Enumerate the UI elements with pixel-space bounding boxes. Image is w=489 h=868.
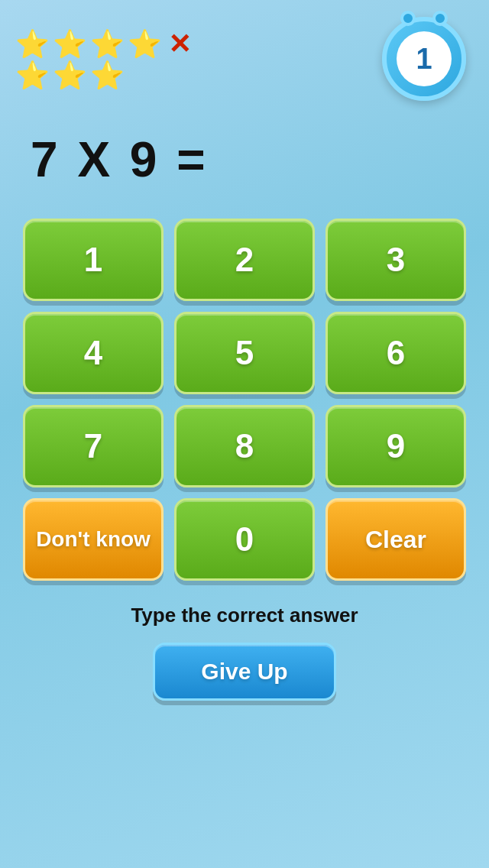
give-up-button[interactable]: Give Up [153, 643, 335, 701]
star-4: ⭐ [128, 31, 162, 58]
timer: 1 [382, 17, 466, 101]
key-4-button[interactable]: 4 [23, 312, 164, 394]
timer-ear-left [400, 11, 416, 26]
timer-ears [387, 11, 461, 26]
key-6-button[interactable]: 6 [325, 312, 466, 394]
key-8-button[interactable]: 8 [174, 405, 315, 487]
timer-value: 1 [416, 43, 432, 76]
stars-area: ⭐ ⭐ ⭐ ⭐ ✕ ⭐ ⭐ ⭐ [15, 28, 191, 89]
star-3: ⭐ [90, 31, 125, 58]
top-bar: ⭐ ⭐ ⭐ ⭐ ✕ ⭐ ⭐ ⭐ 1 [0, 0, 489, 108]
equation-display: 7 X 9 = [31, 131, 458, 188]
star-2: ⭐ [53, 31, 87, 58]
key-2-button[interactable]: 2 [174, 219, 315, 301]
keypad: 1 2 3 4 5 6 7 8 9 Don't know 0 Clear [23, 219, 466, 581]
dont-know-button[interactable]: Don't know [23, 498, 164, 581]
clear-button[interactable]: Clear [325, 498, 466, 581]
key-3-button[interactable]: 3 [325, 219, 466, 301]
x-mark-icon: ✕ [168, 28, 191, 60]
key-1-button[interactable]: 1 [23, 219, 164, 301]
key-5-button[interactable]: 5 [174, 312, 315, 394]
key-7-button[interactable]: 7 [23, 405, 164, 487]
hint-text: Type the correct answer [131, 604, 358, 627]
key-9-button[interactable]: 9 [325, 405, 466, 487]
star-1: ⭐ [15, 31, 50, 58]
star-row-1: ⭐ ⭐ ⭐ ⭐ ✕ [15, 28, 191, 60]
timer-inner: 1 [397, 31, 452, 86]
key-0-button[interactable]: 0 [174, 498, 315, 581]
star-5: ⭐ [15, 62, 50, 89]
star-7: ⭐ [90, 62, 125, 89]
star-row-2: ⭐ ⭐ ⭐ [15, 62, 191, 89]
star-6: ⭐ [53, 62, 87, 89]
equation-area: 7 X 9 = [0, 131, 489, 188]
timer-ear-right [432, 11, 448, 26]
